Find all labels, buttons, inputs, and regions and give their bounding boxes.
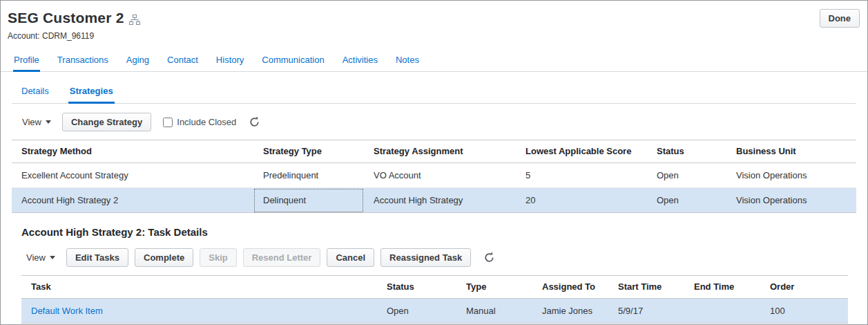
tasks-header-row: Task Status Type Assigned To Start Time … <box>21 276 848 299</box>
column-header-end-time[interactable]: End Time <box>684 276 760 299</box>
strategies-table: Strategy Method Strategy Type Strategy A… <box>12 140 856 213</box>
tab-notes[interactable]: Notes <box>395 50 420 71</box>
tab-history[interactable]: History <box>215 50 244 71</box>
task-toolbar: View Edit Tasks Complete Skip Resend Let… <box>21 239 848 275</box>
account-subtitle: Account: CDRM_96119 <box>1 26 867 41</box>
strategies-header-row: Strategy Method Strategy Type Strategy A… <box>12 140 856 163</box>
skip-button: Skip <box>200 248 236 267</box>
column-header-strategy-assignment[interactable]: Strategy Assignment <box>364 140 516 163</box>
column-header-order[interactable]: Order <box>760 276 848 299</box>
table-row[interactable]: Excellent Account Strategy Predelinquent… <box>12 163 856 188</box>
cell-strategy-method: Account High Strategy 2 <box>12 188 253 213</box>
done-button[interactable]: Done <box>820 9 860 28</box>
table-row-selected[interactable]: Account High Strategy 2 Delinquent Accou… <box>12 188 856 213</box>
change-strategy-button[interactable]: Change Strategy <box>62 113 151 131</box>
page-title: SEG Customer 2 <box>8 10 124 26</box>
tasks-table: Task Status Type Assigned To Start Time … <box>21 275 848 324</box>
column-header-lowest-applicable-score[interactable]: Lowest Applicable Score <box>516 140 647 163</box>
task-view-menu-label: View <box>26 252 46 263</box>
cell-status: Open <box>647 188 726 213</box>
column-header-assigned-to[interactable]: Assigned To <box>532 276 608 299</box>
cell-strategy-assignment: VO Account <box>364 163 516 188</box>
tab-activities[interactable]: Activities <box>342 50 378 71</box>
cell-score: 20 <box>516 188 647 213</box>
tab-strategies[interactable]: Strategies <box>68 80 115 103</box>
view-menu-label: View <box>22 117 41 127</box>
edit-tasks-button[interactable]: Edit Tasks <box>66 248 128 267</box>
include-closed-checkbox[interactable] <box>163 118 173 127</box>
reassigned-task-button[interactable]: Reassigned Task <box>380 248 471 267</box>
refresh-icon[interactable] <box>481 250 497 266</box>
tab-details[interactable]: Details <box>20 80 50 103</box>
column-header-status[interactable]: Status <box>647 140 726 163</box>
column-header-business-unit[interactable]: Business Unit <box>726 140 856 163</box>
cell-business-unit: Vision Operations <box>726 163 856 188</box>
table-row-selected[interactable]: Default Work Item Open Manual Jamie Jone… <box>21 299 848 324</box>
cell-strategy-method: Excellent Account Strategy <box>12 163 253 188</box>
task-link[interactable]: Default Work Item <box>31 306 103 316</box>
column-header-task[interactable]: Task <box>21 276 377 299</box>
include-closed-option[interactable]: Include Closed <box>163 117 236 127</box>
cell-assigned-to: Jamie Jones <box>532 299 608 324</box>
complete-button[interactable]: Complete <box>135 248 193 267</box>
sub-tab-bar: Details Strategies <box>12 80 856 104</box>
column-header-status[interactable]: Status <box>377 276 456 299</box>
task-details-section: View Edit Tasks Complete Skip Resend Let… <box>21 239 848 324</box>
tab-communication[interactable]: Communication <box>261 50 325 71</box>
refresh-icon[interactable] <box>247 114 262 130</box>
page-header: SEG Customer 2 <box>1 1 867 26</box>
cell-score: 5 <box>516 163 647 188</box>
include-closed-label: Include Closed <box>177 117 236 127</box>
cell-strategy-type: Predelinquent <box>253 163 364 188</box>
tab-transactions[interactable]: Transactions <box>57 50 109 71</box>
cell-task: Default Work Item <box>21 299 377 324</box>
column-header-strategy-method[interactable]: Strategy Method <box>12 140 253 163</box>
tab-contact[interactable]: Contact <box>166 50 199 71</box>
view-menu[interactable]: View <box>17 113 56 131</box>
cell-end-time <box>684 299 760 324</box>
cell-business-unit: Vision Operations <box>726 188 856 213</box>
column-header-type[interactable]: Type <box>456 276 532 299</box>
cell-status: Open <box>377 299 456 324</box>
task-view-menu[interactable]: View <box>21 249 60 266</box>
column-header-start-time[interactable]: Start Time <box>608 276 684 299</box>
cell-status: Open <box>647 163 726 188</box>
cell-start-time: 5/9/17 <box>608 299 684 324</box>
cancel-button[interactable]: Cancel <box>327 248 374 267</box>
hierarchy-icon <box>129 15 140 25</box>
tab-profile[interactable]: Profile <box>13 50 40 71</box>
tab-aging[interactable]: Aging <box>126 50 150 71</box>
cell-strategy-type: Delinquent <box>253 188 364 213</box>
chevron-down-icon <box>50 256 55 259</box>
profile-content: Details Strategies View Change Strategy … <box>12 80 856 324</box>
customer-profile-page: SEG Customer 2 Done Account: CDRM_96119 … <box>0 0 868 325</box>
column-header-strategy-type[interactable]: Strategy Type <box>253 140 364 163</box>
task-details-title: Account High Strategy 2: Task Details <box>21 226 856 238</box>
strategies-toolbar: View Change Strategy Include Closed <box>12 104 856 140</box>
resend-letter-button: Resend Letter <box>243 248 321 267</box>
main-tab-bar: Profile Transactions Aging Contact Histo… <box>1 50 867 72</box>
cell-order: 100 <box>760 299 848 324</box>
cell-type: Manual <box>456 299 532 324</box>
chevron-down-icon <box>46 120 51 124</box>
cell-strategy-assignment: Account High Strategy <box>364 188 516 213</box>
